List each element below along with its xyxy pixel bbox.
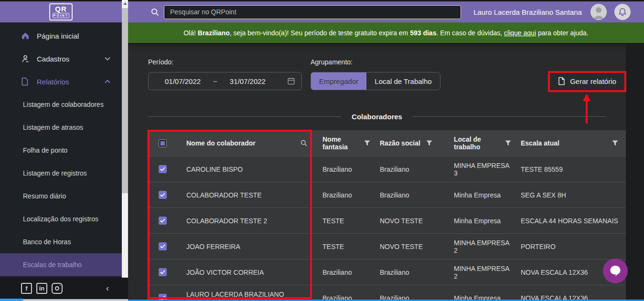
banner-help-link[interactable]: clique aqui (504, 29, 536, 37)
agrupamento-label: Agrupamento: (311, 58, 353, 66)
banner-username: Braziliano (198, 29, 230, 37)
bell-icon (618, 8, 627, 17)
generate-report-button[interactable]: Gerar relatório (550, 73, 624, 89)
sidebar-item-label: Listagem de colaboradores (23, 101, 104, 108)
facebook-icon[interactable]: f (21, 283, 32, 294)
cell-escala: TESTE 85559 (511, 166, 626, 173)
table-row[interactable]: CAROLINE BISPO Braziliano Braziliano MIN… (147, 156, 626, 182)
user-avatar[interactable] (590, 4, 607, 20)
toggle-empregador[interactable]: Empregador (311, 73, 366, 90)
banner-text-mid: , seja bem-vindo(a)! Seu período de test… (230, 29, 410, 37)
chat-widget-button[interactable] (603, 259, 628, 283)
trial-banner: Olá! Braziliano, seja bem-vindo(a)! Seu … (128, 22, 644, 43)
cell-razao-social: Braziliano (370, 191, 444, 199)
linkedin-icon[interactable]: in (36, 283, 47, 294)
sidebar-logo-area: QR POINT (0, 1, 122, 22)
document-icon (21, 77, 30, 86)
filter-icon[interactable] (612, 140, 618, 146)
sidebar-item-label: Listagem de registros (23, 169, 87, 177)
sidebar-item-label: Cadastros (37, 55, 69, 63)
sidebar-item-resumo-diario[interactable]: Resumo diário (0, 185, 122, 208)
sidebar-item-escalas-de-trabalho[interactable]: Escalas de trabalho (0, 253, 122, 276)
sidebar-item-relatorios[interactable]: Relatórios (0, 70, 122, 93)
cell-name: JOAO FERREIRA (177, 243, 240, 250)
scrollbar-up-button[interactable] (122, 0, 128, 7)
sidebar: Página inicial Cadastros Relatórios List… (0, 22, 122, 278)
row-checkbox[interactable] (159, 242, 167, 250)
cell-nome-fantasia: Braziliano (313, 269, 370, 276)
vertical-scrollbar[interactable] (122, 0, 128, 278)
column-header-escala-atual: Escala atual (521, 139, 559, 147)
linkedin-glyph: in (39, 285, 45, 292)
sidebar-item-localizacao-registros[interactable]: Localização dos registros (0, 208, 122, 230)
section-header: Colaboradores (148, 113, 606, 121)
collaborators-table: Nome do colaborador Nome fantasia Razão … (147, 130, 626, 301)
logo-text-point: POINT (53, 13, 69, 18)
topbar: Lauro Lacerda Braziliano Santana (128, 1, 644, 22)
sidebar-item-label: Localização dos registros (23, 215, 98, 223)
cell-local: Minha Empresa (444, 191, 511, 199)
user-icon (21, 54, 30, 63)
column-header-razao-social: Razão social (380, 139, 420, 147)
sidebar-item-pagina-inicial[interactable]: Página inicial (0, 24, 122, 47)
filter-icon[interactable] (505, 140, 511, 146)
cell-razao-social: Braziliano (370, 269, 444, 276)
sidebar-item-label: Página inicial (37, 32, 79, 40)
bottom-strip-left (0, 299, 23, 301)
cell-name: COLABORADOR TESTE 2 (177, 217, 267, 225)
cell-local: Minha Empresa (444, 217, 511, 225)
search-input[interactable] (164, 5, 461, 19)
username-label: Lauro Lacerda Braziliano Santana (473, 8, 582, 16)
cell-nome-fantasia: TESTE (313, 217, 370, 225)
column-search-icon[interactable] (301, 140, 307, 146)
date-range-input[interactable]: 01/07/2022 ~ 31/07/2022 (148, 72, 302, 90)
sidebar-item-label: Relatórios (37, 78, 69, 86)
sidebar-item-label: Folha de ponto (23, 146, 67, 154)
sidebar-item-banco-de-horas[interactable]: Banco de Horas (0, 230, 122, 253)
sidebar-item-listagem-atrasos[interactable]: Listagem de atrasos (0, 116, 122, 139)
notifications-button[interactable] (614, 4, 631, 20)
banner-days: 593 dias (410, 29, 436, 37)
banner-text-after: . Em caso de dúvidas, (436, 29, 504, 37)
periodo-label: Período: (148, 58, 173, 66)
date-start-value: 01/07/2022 (165, 77, 201, 85)
file-icon (558, 77, 565, 85)
sidebar-item-listagem-registros[interactable]: Listagem de registros (0, 162, 122, 185)
sidebar-item-listagem-colaboradores[interactable]: Listagem de colaboradores (0, 93, 122, 116)
sidebar-item-cadastros[interactable]: Cadastros (0, 47, 122, 70)
row-checkbox[interactable] (159, 217, 167, 225)
cell-name: COLABORADOR TESTE (177, 191, 262, 199)
home-icon (21, 31, 30, 40)
calendar-icon (288, 77, 295, 85)
toggle-local-de-trabalho[interactable]: Local de Trabalho (366, 73, 440, 90)
cell-razao-social: Braziliano (370, 166, 444, 173)
column-header-nome-colaborador: Nome do colaborador (177, 139, 256, 147)
instagram-icon[interactable] (52, 283, 63, 294)
sidebar-item-folha-de-ponto[interactable]: Folha de ponto (0, 139, 122, 162)
banner-greeting: Olá! (183, 29, 198, 37)
sidebar-collapse-button[interactable]: ‹ (106, 283, 109, 293)
table-row[interactable]: COLABORADOR TESTE Braziliano Braziliano … (147, 182, 626, 208)
row-checkbox[interactable] (159, 191, 167, 199)
filter-icon[interactable] (426, 140, 432, 146)
scrollbar-thumb[interactable] (122, 8, 128, 193)
cell-local: MINHA EMPRESA 2 (444, 265, 511, 280)
agrupamento-toggle: Empregador Local de Trabalho (311, 72, 440, 90)
annotation-arrow-shaft (586, 101, 588, 124)
cell-escala: ESCALA 44 HORAS SEMANAIS (511, 217, 626, 225)
generate-report-label: Gerar relatório (570, 77, 616, 85)
window-top-edge (0, 0, 644, 1)
search-icon (151, 8, 159, 16)
table-row[interactable]: JOAO FERREIRA TESTE NOVO TESTE MINHA EMP… (147, 233, 626, 259)
row-checkbox[interactable] (159, 268, 167, 276)
sidebar-item-label: Resumo diário (23, 192, 66, 200)
table-row[interactable]: JOÃO VICTOR CORREIA Braziliano Brazilian… (147, 259, 626, 285)
table-row[interactable]: LAURO LACERDA BRAZILIANO SANTANA Brazili… (147, 285, 626, 301)
row-checkbox[interactable] (159, 165, 167, 173)
qrpoint-logo[interactable]: QR POINT (49, 3, 73, 21)
chat-bubble-icon (609, 264, 622, 278)
select-all-checkbox[interactable] (159, 139, 167, 147)
table-row[interactable]: COLABORADOR TESTE 2 TESTE NOVO TESTE Min… (147, 208, 626, 233)
sidebar-item-label: Listagem de atrasos (23, 124, 83, 131)
filter-icon[interactable] (364, 140, 370, 146)
